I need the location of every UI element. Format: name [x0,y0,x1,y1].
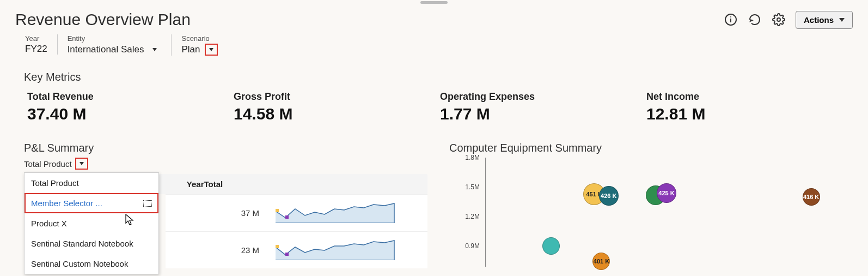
svg-rect-6 [276,245,279,248]
chart-bubble[interactable]: 401 K [592,253,610,270]
dropdown-item[interactable]: Product X [25,213,158,233]
filter-year-label: Year [25,34,47,43]
metric-label: Gross Profit [234,91,440,103]
metric-label: Total Revenue [27,91,234,103]
refresh-icon[interactable] [748,13,762,27]
key-metrics-title: Key Metrics [24,71,853,83]
dropdown-item-label: Total Product [31,178,79,188]
filter-scenario-label: Scenario [181,34,217,43]
svg-point-2 [730,16,731,17]
dropdown-item[interactable]: Total Product [25,173,158,193]
pnl-row-value: 23 M [172,245,276,255]
dropdown-item-label: Product X [31,219,67,228]
gear-icon[interactable] [772,13,786,27]
chevron-down-icon [80,162,84,165]
metric-value: 12.81 M [646,105,853,123]
product-selector-dropdown[interactable] [75,158,88,170]
metric-value: 14.58 M [234,105,440,123]
table-row: 23 M [166,231,427,268]
filter-year-value: FY22 [25,44,47,55]
svg-rect-4 [276,209,279,212]
bubble-chart: 1.8M 1.5M 1.2M 0.9M 451 K426 K401 K425 K… [455,158,853,267]
chevron-down-icon [152,48,157,51]
chevron-down-icon [839,18,845,22]
cursor-icon [125,214,135,226]
pnl-row-value: 37 M [172,208,276,218]
metric-operating-expenses: Operating Expenses 1.77 M [440,91,646,123]
info-icon[interactable] [724,13,738,27]
filter-scenario-value: Plan [181,44,200,55]
product-dropdown-menu: Total Product Member Selector ... Produc… [24,172,159,274]
y-tick: 1.5M [465,183,480,191]
actions-button[interactable]: Actions [796,11,853,29]
filter-entity-value: International Sales [68,44,144,55]
dropdown-item[interactable]: Sentinal Standard Notebook [25,233,158,254]
equipment-summary-panel: Computer Equipment Summary 1.8M 1.5M 1.2… [449,142,853,268]
equipment-summary-title: Computer Equipment Summary [449,142,853,154]
product-selector-value: Total Product [24,159,72,169]
svg-point-3 [777,18,780,21]
dropdown-item-label: Sentinal Custom Notebook [31,259,128,268]
table-row: 37 M [166,194,427,231]
pnl-summary-title: P&L Summary [24,142,427,154]
page-title: Revenue Overview Plan [15,10,191,29]
metric-total-revenue: Total Revenue 37.40 M [27,91,234,123]
member-selector-icon [143,200,152,207]
dropdown-item-member-selector[interactable]: Member Selector ... [25,193,158,213]
chart-bubble[interactable]: 425 K [657,183,676,203]
chart-bubble[interactable]: 426 K [599,186,619,206]
y-tick: 0.9M [465,242,480,250]
chevron-down-icon [209,48,213,51]
y-tick: 1.8M [465,154,480,161]
pnl-column-header: YearTotal [172,179,237,189]
sparkline [276,201,421,225]
sparkline [276,238,421,262]
filter-entity-dropdown[interactable] [148,44,161,56]
chart-bubble[interactable] [542,237,560,255]
dropdown-item-label: Sentinal Standard Notebook [31,239,133,248]
filter-scenario-dropdown[interactable] [205,44,218,56]
metric-gross-profit: Gross Profit 14.58 M [234,91,440,123]
actions-button-label: Actions [804,15,834,25]
dropdown-item-label: Member Selector ... [31,199,102,208]
metric-value: 1.77 M [440,105,646,123]
metric-value: 37.40 M [27,105,234,123]
chart-bubble[interactable]: 416 K [803,188,820,206]
y-tick: 1.2M [465,213,480,220]
metric-label: Net Income [646,91,853,103]
svg-rect-5 [285,215,289,219]
dropdown-item[interactable]: Sentinal Custom Notebook [25,254,158,274]
pnl-summary-panel: P&L Summary Total Product YearTotal 37 M [24,142,427,268]
metric-label: Operating Expenses [440,91,646,103]
metric-net-income: Net Income 12.81 M [646,91,853,123]
filter-entity-label: Entity [68,34,162,43]
svg-rect-7 [285,253,289,256]
